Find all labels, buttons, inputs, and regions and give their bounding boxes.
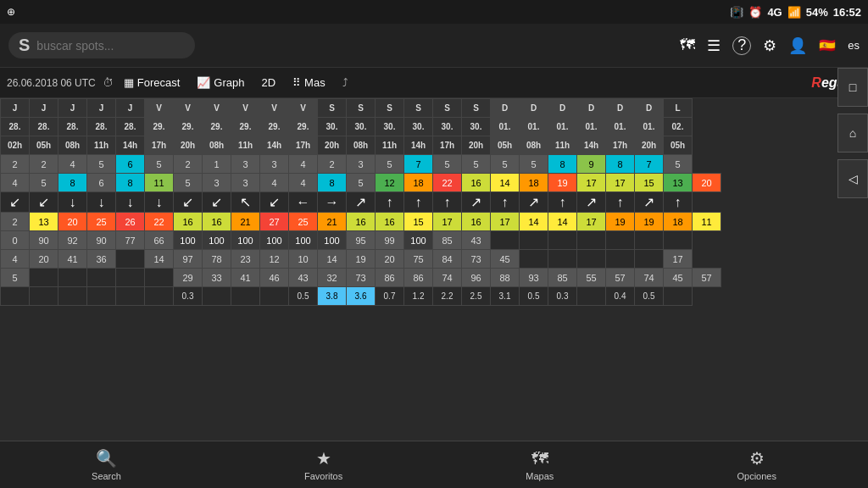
search-tab-icon: 🔍 xyxy=(96,448,117,469)
tab-graph[interactable]: 📈 Graph xyxy=(190,73,251,92)
date-info: 26.06.2018 06 UTC xyxy=(7,77,96,89)
search-logo-icon: S xyxy=(19,36,30,55)
language-label[interactable]: es xyxy=(848,39,860,52)
temp-row: 4 20 41 36 14 97 78 23 12 10 14 19 20 75… xyxy=(1,250,721,269)
opciones-tab-icon: ⚙ xyxy=(749,448,765,469)
tab-mapas[interactable]: 🗺 Mapas xyxy=(512,446,567,485)
whatsapp-icon: ⊕ xyxy=(7,6,15,18)
wind-bf-row1: 2 2 4 5 6 5 2 1 3 3 4 2 3 5 7 5 5 5 5 8 … xyxy=(1,155,721,174)
search-input[interactable] xyxy=(36,39,185,53)
day-row: JJJJJ VVVVVV SSSSSS DDDDDD L xyxy=(1,99,721,118)
hour-row: 02h05h08h11h14h 17h20h08h11h14h17h 20h08… xyxy=(1,136,721,155)
wave-row: 0.3 0.5 3.8 3.6 0.7 1.2 2.2 2.5 3.1 0.5 … xyxy=(1,287,721,306)
mapas-tab-icon: 🗺 xyxy=(531,449,548,469)
nav-bar: S 🗺 ☰ ? ⚙ 👤 🇪🇸 es xyxy=(0,24,868,68)
search-bar[interactable]: S xyxy=(8,32,195,58)
nav-icons: 🗺 ☰ ? ⚙ 👤 🇪🇸 es xyxy=(680,36,860,55)
misc-row: 5 29 33 41 46 43 32 73 86 86 74 96 88 93… xyxy=(1,269,721,287)
tab-favoritos[interactable]: ★ Favoritos xyxy=(291,445,356,485)
vibrate-icon: 📳 xyxy=(730,6,743,19)
side-back-btn[interactable]: ◁ xyxy=(837,159,868,198)
mapas-tab-label: Mapas xyxy=(526,471,554,481)
graph-icon: 📈 xyxy=(197,76,210,89)
side-nav: □ ⌂ ◁ xyxy=(837,68,868,198)
wind-speed-row2: 4 5 8 6 8 11 5 3 3 4 4 8 5 12 18 22 16 1… xyxy=(1,174,721,192)
status-right: 📳 ⏰ 4G 📶 54% 16:52 xyxy=(730,6,861,19)
clock-icon: ⏰ xyxy=(748,6,762,19)
tab-forecast[interactable]: ▦ Forecast xyxy=(117,73,187,92)
search-tab-label: Search xyxy=(92,471,121,481)
forecast-table-container[interactable]: JJJJJ VVVVVV SSSSSS DDDDDD L 28.28.28.28… xyxy=(0,98,868,441)
tab-opciones[interactable]: ⚙ Opciones xyxy=(723,445,789,485)
grid-icon: ▦ xyxy=(124,76,134,89)
forecast-table: JJJJJ VVVVVV SSSSSS DDDDDD L 28.28.28.28… xyxy=(0,98,721,306)
signal-icon: 📶 xyxy=(787,6,801,19)
share-icon[interactable]: ⤴ xyxy=(342,76,348,89)
dots-icon: ⠿ xyxy=(292,76,301,89)
clock-sub-icon: ⏱ xyxy=(103,76,114,89)
battery-label: 54% xyxy=(806,6,828,19)
menu-icon[interactable]: ☰ xyxy=(707,36,721,55)
date-row: 28.28.28.28.28. 29.29.29.29.29.29. 30.30… xyxy=(1,118,721,136)
user-icon[interactable]: 👤 xyxy=(788,36,807,55)
status-left: ⊕ xyxy=(7,6,15,18)
flag-icon: 🇪🇸 xyxy=(819,37,836,53)
map-icon[interactable]: 🗺 xyxy=(680,36,695,54)
sub-nav: 26.06.2018 06 UTC ⏱ ▦ Forecast 📈 Graph 2… xyxy=(0,68,868,98)
favoritos-tab-label: Favoritos xyxy=(304,471,342,481)
side-home-btn[interactable]: ⌂ xyxy=(837,114,868,152)
bottom-tab-bar: 🔍 Search ★ Favoritos 🗺 Mapas ⚙ Opciones xyxy=(0,441,868,488)
opciones-tab-label: Opciones xyxy=(737,471,776,481)
help-icon[interactable]: ? xyxy=(732,36,751,55)
wind-direction-row: ↙ ↙ ↓ ↓ ↓ ↓ ↙ ↙ ↖ ↙ ← → ↗ ↑ ↑ ↑ ↗ ↑ ↗ ↑ … xyxy=(1,192,721,213)
tab-search[interactable]: 🔍 Search xyxy=(78,445,135,485)
status-bar: ⊕ 📳 ⏰ 4G 📶 54% 16:52 xyxy=(0,0,868,24)
wind-kmh-row: 2 13 20 25 26 22 16 16 21 27 25 21 16 16… xyxy=(1,213,721,231)
time-label: 16:52 xyxy=(833,6,861,19)
tab-mas[interactable]: ⠿ Mas xyxy=(286,73,332,92)
side-square-btn[interactable]: □ xyxy=(837,68,868,107)
cloud-row: 0 90 92 90 77 66 100 100 100 100 100 100… xyxy=(1,231,721,250)
settings-icon[interactable]: ⚙ xyxy=(763,36,776,55)
favoritos-tab-icon: ★ xyxy=(316,448,331,469)
network-label: 4G xyxy=(767,6,782,19)
tab-2d[interactable]: 2D xyxy=(254,73,282,92)
